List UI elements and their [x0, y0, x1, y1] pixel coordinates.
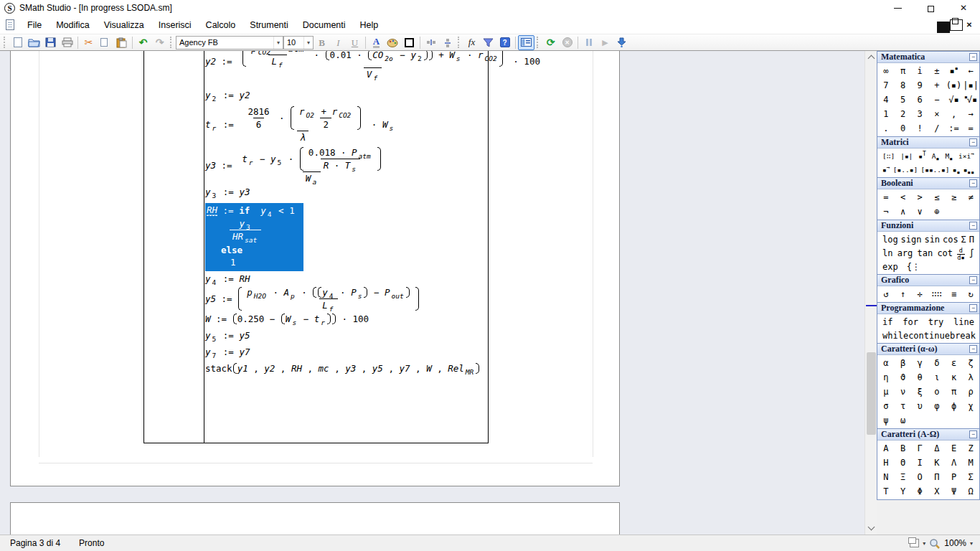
- palette-symbol[interactable]: .: [877, 123, 895, 133]
- italic-button[interactable]: I: [330, 35, 347, 50]
- background-color-button[interactable]: [385, 35, 401, 50]
- scroll-down-button[interactable]: [865, 522, 877, 534]
- palette-symbol[interactable]: ↑: [895, 289, 912, 299]
- palette-symbol[interactable]: α: [877, 358, 895, 368]
- menu-calcolo[interactable]: Calcolo: [199, 17, 243, 32]
- palette-symbol[interactable]: [▪..▪]: [893, 166, 918, 174]
- palette-symbol[interactable]: 4: [877, 95, 895, 105]
- palette-symbol[interactable]: ▪→: [882, 166, 890, 174]
- page-view-icon[interactable]: [910, 539, 919, 547]
- cut-button[interactable]: ✂: [80, 35, 97, 50]
- palette-symbol[interactable]: ↻: [962, 289, 979, 299]
- palette-symbol[interactable]: 0: [895, 123, 912, 133]
- align-horizontal-button[interactable]: [423, 35, 439, 50]
- font-family-select[interactable]: Agency FB ▾: [176, 36, 283, 50]
- palette-symbol[interactable]: ξ: [911, 387, 928, 397]
- math-region-y3def[interactable]: y3 := tr − y5 · 0.018 · PatmR · TsWa: [205, 147, 386, 184]
- math-region-tr[interactable]: tr := 28166 · rO2 + rCO22λ · Ws: [205, 106, 395, 143]
- dropdown-arrow-icon[interactable]: ▾: [970, 540, 973, 547]
- palette-symbol[interactable]: K: [928, 458, 946, 468]
- palette-symbol[interactable]: Ω: [962, 486, 979, 496]
- palette-symbol[interactable]: Ξ: [895, 472, 912, 482]
- open-button[interactable]: [26, 35, 42, 50]
- palette-symbol[interactable]: =: [877, 192, 895, 202]
- palette-symbol[interactable]: B: [895, 443, 912, 453]
- palette-symbol[interactable]: N: [877, 472, 895, 482]
- math-region-y3assign[interactable]: y3 := y3: [205, 187, 250, 197]
- palette-symbol[interactable]: [▪▪..▪]: [920, 166, 949, 174]
- step-button[interactable]: [613, 35, 630, 50]
- palette-symbol[interactable]: ▪▪: [953, 166, 961, 174]
- palette-symbol[interactable]: ω: [895, 415, 912, 425]
- minimize-button[interactable]: [881, 0, 914, 16]
- palette-symbol[interactable]: ϕ: [946, 401, 963, 411]
- palette-symbol[interactable]: γ: [911, 358, 928, 368]
- menu-strumenti[interactable]: Strumenti: [242, 17, 296, 32]
- palette-symbol[interactable]: ±: [928, 66, 946, 76]
- palette-symbol[interactable]: <: [895, 192, 912, 202]
- restore-button[interactable]: [914, 0, 947, 16]
- palette-symbol[interactable]: ∞: [877, 66, 895, 76]
- palette-symbol[interactable]: ⊕: [928, 207, 946, 217]
- palette-symbol[interactable]: ▪T: [918, 152, 926, 160]
- palette-symbol[interactable]: A: [877, 443, 895, 453]
- palette-symbol[interactable]: log: [882, 235, 898, 245]
- collapse-button-programmazione[interactable]: −: [969, 304, 977, 312]
- palette-symbol[interactable]: 2: [895, 109, 912, 119]
- copy-button[interactable]: [97, 35, 113, 50]
- math-region-y7assign[interactable]: y7 := y7: [205, 347, 250, 357]
- palette-symbol[interactable]: cos: [943, 235, 958, 245]
- palette-symbol[interactable]: σ: [877, 401, 895, 411]
- palette-symbol[interactable]: tan: [918, 248, 933, 258]
- palette-symbol[interactable]: [∷]: [882, 152, 895, 160]
- menu-help[interactable]: Help: [353, 17, 386, 32]
- palette-symbol[interactable]: ≥: [946, 192, 963, 202]
- palette-symbol[interactable]: ▪√▪: [962, 95, 979, 105]
- palette-symbol[interactable]: break: [950, 331, 976, 341]
- palette-symbol[interactable]: ϑ: [895, 372, 912, 382]
- palette-symbol[interactable]: ✛: [911, 289, 928, 299]
- palette-symbol[interactable]: /: [928, 123, 946, 133]
- palette-symbol[interactable]: 9: [911, 80, 928, 90]
- menu-visualizza[interactable]: Visualizza: [97, 17, 151, 32]
- palette-symbol[interactable]: Z: [962, 443, 979, 453]
- palette-symbol[interactable]: η: [877, 372, 895, 382]
- palette-symbol[interactable]: M: [962, 458, 979, 468]
- menu-file[interactable]: File: [20, 17, 49, 32]
- palette-symbol[interactable]: X: [928, 486, 946, 496]
- print-button[interactable]: [59, 35, 75, 50]
- palette-symbol[interactable]: ι: [928, 372, 946, 382]
- palette-symbol[interactable]: 7: [877, 80, 895, 90]
- palette-symbol[interactable]: δ: [928, 358, 946, 368]
- palette-symbol[interactable]: ∧: [895, 207, 912, 217]
- palette-symbol[interactable]: for: [903, 317, 918, 327]
- palette-symbol[interactable]: arg: [897, 248, 913, 258]
- new-button[interactable]: [9, 35, 26, 50]
- palette-symbol[interactable]: ν: [895, 387, 912, 397]
- palette-symbol[interactable]: ←: [962, 66, 979, 76]
- math-region-y5def[interactable]: y5 := pH2O · Ap · y4 · Ps − PoutLf: [205, 287, 420, 311]
- dropdown-arrow-icon[interactable]: ▾: [923, 540, 925, 547]
- palette-symbol[interactable]: +: [928, 80, 946, 90]
- menu-modifica[interactable]: Modifica: [49, 17, 97, 32]
- pause-button[interactable]: [580, 35, 597, 50]
- palette-symbol[interactable]: 6: [911, 95, 928, 105]
- collapse-button-caratteri-minuscole[interactable]: −: [969, 345, 977, 353]
- collapse-button-caratteri-maiuscole[interactable]: −: [969, 430, 977, 438]
- math-region-rh[interactable]: RH := if y4 < 1y3HRsatelse1: [205, 203, 303, 271]
- palette-symbol[interactable]: P: [946, 472, 963, 482]
- math-region-y2assign[interactable]: y2 := y2: [205, 90, 250, 100]
- palette-symbol[interactable]: ∫: [969, 248, 974, 258]
- palette-symbol[interactable]: π: [895, 66, 912, 76]
- scroll-up-button[interactable]: [865, 51, 877, 63]
- font-size-select[interactable]: 10 ▾: [283, 36, 314, 50]
- collapse-button-funzioni[interactable]: −: [969, 222, 977, 230]
- palette-symbol[interactable]: τ: [895, 401, 912, 411]
- palette-symbol[interactable]: dd▪: [957, 245, 964, 262]
- palette-symbol[interactable]: Π: [969, 235, 974, 245]
- recalculate-button[interactable]: ⟳: [542, 35, 559, 50]
- palette-symbol[interactable]: |▪|: [962, 80, 979, 90]
- math-region-y5assign[interactable]: y5 := y5: [205, 330, 250, 341]
- mdi-minimize-button[interactable]: [937, 19, 950, 31]
- palette-symbol[interactable]: ρ: [962, 387, 979, 397]
